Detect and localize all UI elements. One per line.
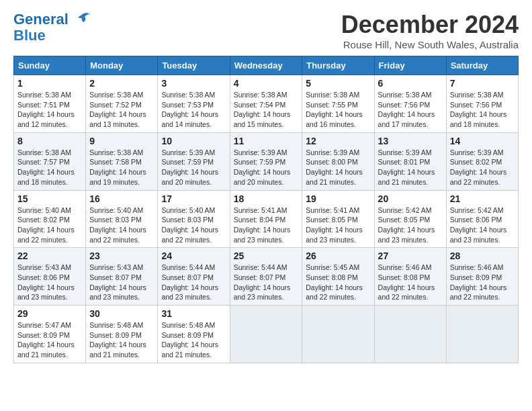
day-number: 25	[234, 250, 299, 261]
calendar-cell: 31 Sunrise: 5:48 AM Sunset: 8:09 PM Dayl…	[158, 306, 230, 363]
day-number: 14	[450, 136, 515, 146]
calendar-week-row: 29 Sunrise: 5:47 AM Sunset: 8:09 PM Dayl…	[14, 306, 519, 363]
day-number: 13	[378, 136, 443, 146]
calendar-cell	[302, 306, 374, 363]
day-detail: Sunrise: 5:38 AM Sunset: 7:52 PM Dayligh…	[89, 90, 154, 130]
calendar-cell: 27 Sunrise: 5:46 AM Sunset: 8:08 PM Dayl…	[374, 248, 446, 306]
day-detail: Sunrise: 5:47 AM Sunset: 8:09 PM Dayligh…	[17, 320, 82, 360]
calendar: SundayMondayTuesdayWednesdayThursdayFrid…	[13, 56, 519, 363]
day-detail: Sunrise: 5:38 AM Sunset: 7:56 PM Dayligh…	[378, 90, 443, 130]
day-detail: Sunrise: 5:38 AM Sunset: 7:54 PM Dayligh…	[234, 90, 299, 130]
calendar-cell	[374, 306, 446, 363]
day-detail: Sunrise: 5:38 AM Sunset: 7:57 PM Dayligh…	[17, 148, 82, 187]
day-number: 9	[89, 136, 154, 146]
calendar-cell: 11 Sunrise: 5:39 AM Sunset: 7:59 PM Dayl…	[230, 132, 302, 190]
day-detail: Sunrise: 5:40 AM Sunset: 8:02 PM Dayligh…	[17, 205, 82, 245]
weekday-header: Friday	[374, 56, 446, 75]
calendar-cell: 22 Sunrise: 5:43 AM Sunset: 8:06 PM Dayl…	[14, 248, 86, 306]
calendar-cell	[446, 306, 518, 363]
day-detail: Sunrise: 5:43 AM Sunset: 8:06 PM Dayligh…	[17, 263, 82, 302]
day-detail: Sunrise: 5:41 AM Sunset: 8:04 PM Dayligh…	[234, 205, 299, 245]
calendar-cell: 19 Sunrise: 5:41 AM Sunset: 8:05 PM Dayl…	[302, 190, 374, 248]
calendar-cell: 1 Sunrise: 5:38 AM Sunset: 7:51 PM Dayli…	[14, 75, 86, 133]
day-number: 18	[234, 193, 299, 204]
day-number: 10	[161, 136, 226, 146]
day-detail: Sunrise: 5:38 AM Sunset: 7:53 PM Dayligh…	[161, 90, 226, 130]
calendar-cell: 21 Sunrise: 5:42 AM Sunset: 8:06 PM Dayl…	[446, 190, 518, 248]
day-detail: Sunrise: 5:38 AM Sunset: 7:56 PM Dayligh…	[450, 90, 515, 130]
calendar-cell: 29 Sunrise: 5:47 AM Sunset: 8:09 PM Dayl…	[14, 306, 86, 363]
day-detail: Sunrise: 5:38 AM Sunset: 7:58 PM Dayligh…	[89, 148, 154, 187]
day-number: 11	[234, 136, 299, 146]
day-detail: Sunrise: 5:39 AM Sunset: 7:59 PM Dayligh…	[161, 148, 226, 187]
day-number: 4	[234, 78, 299, 89]
day-number: 22	[17, 250, 82, 261]
day-detail: Sunrise: 5:39 AM Sunset: 8:01 PM Dayligh…	[378, 148, 443, 187]
calendar-cell: 6 Sunrise: 5:38 AM Sunset: 7:56 PM Dayli…	[374, 75, 446, 133]
weekday-header: Thursday	[302, 56, 374, 75]
logo-subtext: Blue	[13, 27, 46, 44]
logo-text: General	[13, 11, 69, 28]
calendar-cell: 3 Sunrise: 5:38 AM Sunset: 7:53 PM Dayli…	[158, 75, 230, 133]
weekday-header: Monday	[86, 56, 158, 75]
header: General Blue December 2024 Rouse Hill, N…	[13, 11, 519, 50]
calendar-cell: 20 Sunrise: 5:42 AM Sunset: 8:05 PM Dayl…	[374, 190, 446, 248]
day-number: 15	[17, 193, 82, 204]
logo: General Blue	[13, 11, 91, 44]
day-detail: Sunrise: 5:38 AM Sunset: 7:51 PM Dayligh…	[17, 90, 82, 130]
day-number: 26	[306, 250, 370, 261]
day-detail: Sunrise: 5:42 AM Sunset: 8:05 PM Dayligh…	[378, 205, 443, 245]
day-number: 21	[450, 193, 515, 204]
calendar-cell: 10 Sunrise: 5:39 AM Sunset: 7:59 PM Dayl…	[158, 132, 230, 190]
day-detail: Sunrise: 5:45 AM Sunset: 8:08 PM Dayligh…	[306, 263, 370, 302]
calendar-cell: 7 Sunrise: 5:38 AM Sunset: 7:56 PM Dayli…	[446, 75, 518, 133]
day-number: 27	[378, 250, 443, 261]
weekday-header: Sunday	[14, 56, 86, 75]
day-number: 16	[89, 193, 154, 204]
day-detail: Sunrise: 5:46 AM Sunset: 8:08 PM Dayligh…	[378, 263, 443, 302]
day-number: 2	[89, 78, 154, 89]
day-detail: Sunrise: 5:43 AM Sunset: 8:07 PM Dayligh…	[89, 263, 154, 302]
day-number: 8	[17, 136, 82, 146]
calendar-cell: 26 Sunrise: 5:45 AM Sunset: 8:08 PM Dayl…	[302, 248, 374, 306]
day-detail: Sunrise: 5:44 AM Sunset: 8:07 PM Dayligh…	[161, 263, 226, 302]
day-number: 20	[378, 193, 443, 204]
month-title: December 2024	[341, 11, 519, 39]
calendar-cell	[230, 306, 302, 363]
day-number: 19	[306, 193, 370, 204]
day-number: 3	[161, 78, 226, 89]
day-detail: Sunrise: 5:42 AM Sunset: 8:06 PM Dayligh…	[450, 205, 515, 245]
day-number: 1	[17, 78, 82, 89]
day-number: 5	[306, 78, 370, 89]
calendar-cell: 12 Sunrise: 5:39 AM Sunset: 8:00 PM Dayl…	[302, 132, 374, 190]
calendar-cell: 14 Sunrise: 5:39 AM Sunset: 8:02 PM Dayl…	[446, 132, 518, 190]
day-number: 24	[161, 250, 226, 261]
calendar-cell: 15 Sunrise: 5:40 AM Sunset: 8:02 PM Dayl…	[14, 190, 86, 248]
day-number: 28	[450, 250, 515, 261]
day-detail: Sunrise: 5:48 AM Sunset: 8:09 PM Dayligh…	[89, 320, 154, 360]
day-detail: Sunrise: 5:39 AM Sunset: 8:00 PM Dayligh…	[306, 148, 370, 187]
calendar-header-row: SundayMondayTuesdayWednesdayThursdayFrid…	[14, 56, 519, 75]
day-detail: Sunrise: 5:40 AM Sunset: 8:03 PM Dayligh…	[89, 205, 154, 245]
calendar-cell: 28 Sunrise: 5:46 AM Sunset: 8:09 PM Dayl…	[446, 248, 518, 306]
calendar-cell: 13 Sunrise: 5:39 AM Sunset: 8:01 PM Dayl…	[374, 132, 446, 190]
calendar-cell: 4 Sunrise: 5:38 AM Sunset: 7:54 PM Dayli…	[230, 75, 302, 133]
day-number: 12	[306, 136, 370, 146]
logo-bird-icon	[73, 12, 91, 27]
location: Rouse Hill, New South Wales, Australia	[341, 39, 519, 50]
calendar-cell: 16 Sunrise: 5:40 AM Sunset: 8:03 PM Dayl…	[86, 190, 158, 248]
day-detail: Sunrise: 5:40 AM Sunset: 8:03 PM Dayligh…	[161, 205, 226, 245]
day-number: 30	[89, 308, 154, 319]
calendar-week-row: 1 Sunrise: 5:38 AM Sunset: 7:51 PM Dayli…	[14, 75, 519, 133]
day-number: 31	[161, 308, 226, 319]
day-detail: Sunrise: 5:39 AM Sunset: 7:59 PM Dayligh…	[234, 148, 299, 187]
calendar-cell: 30 Sunrise: 5:48 AM Sunset: 8:09 PM Dayl…	[86, 306, 158, 363]
day-number: 23	[89, 250, 154, 261]
day-detail: Sunrise: 5:38 AM Sunset: 7:55 PM Dayligh…	[306, 90, 370, 130]
day-detail: Sunrise: 5:41 AM Sunset: 8:05 PM Dayligh…	[306, 205, 370, 245]
calendar-cell: 8 Sunrise: 5:38 AM Sunset: 7:57 PM Dayli…	[14, 132, 86, 190]
day-detail: Sunrise: 5:39 AM Sunset: 8:02 PM Dayligh…	[450, 148, 515, 187]
day-number: 17	[161, 193, 226, 204]
calendar-week-row: 22 Sunrise: 5:43 AM Sunset: 8:06 PM Dayl…	[14, 248, 519, 306]
day-detail: Sunrise: 5:48 AM Sunset: 8:09 PM Dayligh…	[161, 320, 226, 360]
